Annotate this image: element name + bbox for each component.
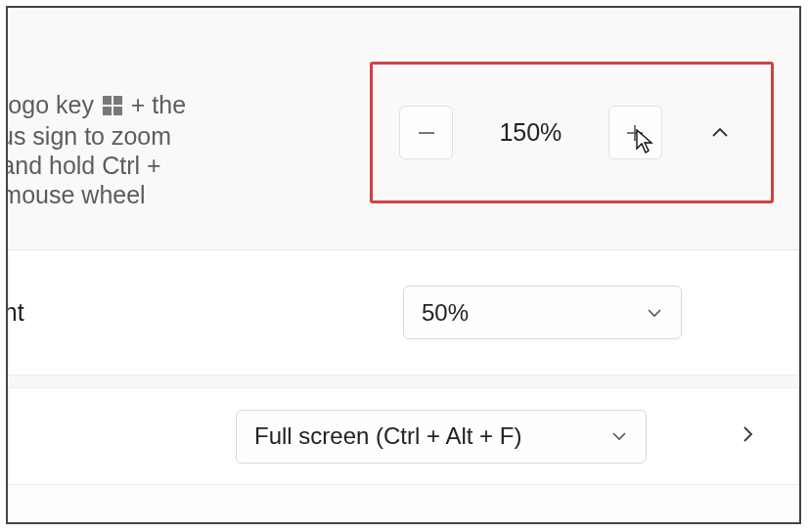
zoom-increment-dropdown[interactable]: 50%: [403, 286, 682, 339]
plus-icon: [624, 122, 646, 144]
chevron-up-icon: [709, 122, 731, 144]
zoom-increment-section: ment 50%: [8, 250, 799, 376]
section-gap: [8, 376, 799, 387]
svg-rect-1: [113, 96, 122, 105]
chevron-right-icon: [738, 423, 759, 445]
view-mode-value: Full screen (Ctrl + Alt + F): [254, 422, 521, 450]
magnifier-view-section[interactable]: Full screen (Ctrl + Alt + F): [8, 387, 799, 485]
zoom-control-highlight: 150%: [370, 62, 774, 203]
zoom-description-text: indows logo key + the the Minus sign to …: [6, 90, 350, 209]
zoom-level-section: indows logo key + the the Minus sign to …: [8, 8, 799, 250]
svg-rect-0: [103, 96, 112, 105]
desc-fragment: + the: [131, 91, 186, 118]
svg-rect-3: [113, 107, 122, 115]
collapse-button[interactable]: [696, 109, 744, 157]
desc-fragment: indows logo key: [6, 91, 94, 118]
increment-label: ment: [6, 298, 24, 327]
chevron-down-icon: [610, 427, 628, 445]
desc-fragment: r press and hold Ctrl +: [6, 152, 161, 179]
increment-value: 50%: [422, 299, 469, 327]
zoom-out-button[interactable]: [399, 106, 453, 159]
desc-fragment: the Minus sign to zoom: [6, 122, 171, 150]
windows-logo-icon: [103, 92, 122, 121]
chevron-down-icon: [646, 304, 663, 322]
expand-section-button[interactable]: [738, 423, 759, 449]
zoom-level-value: 150%: [486, 118, 574, 147]
zoom-in-button[interactable]: [608, 106, 662, 159]
minus-icon: [416, 122, 437, 144]
desc-fragment: te your mouse wheel: [6, 181, 146, 208]
view-mode-dropdown[interactable]: Full screen (Ctrl + Alt + F): [236, 410, 647, 464]
svg-rect-2: [103, 107, 112, 115]
